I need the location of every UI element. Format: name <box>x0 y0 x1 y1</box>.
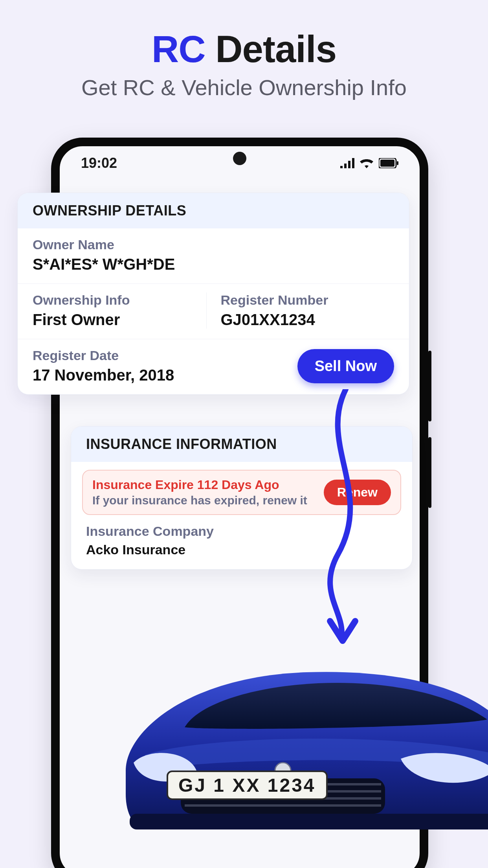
owner-name-label: Owner Name <box>33 237 394 252</box>
ownership-card: OWNERSHIP DETAILS Owner Name S*AI*ES* W*… <box>17 193 409 395</box>
insurance-alert-subtitle: If your insurance has expired, renew it <box>92 494 317 507</box>
arrow-icon <box>295 389 381 657</box>
camera-notch-icon <box>233 152 246 165</box>
page-subtitle: Get RC & Vehicle Ownership Info <box>0 75 488 100</box>
license-plate: GJ 1 XX 1234 <box>167 771 328 800</box>
svg-rect-7 <box>185 804 381 807</box>
wifi-icon <box>360 158 373 168</box>
sell-now-button[interactable]: Sell Now <box>297 349 394 383</box>
svg-rect-1 <box>380 160 394 167</box>
register-number-value: GJ01XX1234 <box>221 311 394 329</box>
ownership-info-value: First Owner <box>33 311 206 329</box>
status-time: 19:02 <box>81 155 117 171</box>
svg-rect-9 <box>130 814 488 829</box>
register-date-value: 17 November, 2018 <box>33 366 174 384</box>
ownership-info-label: Ownership Info <box>33 292 206 308</box>
insurance-alert-title: Insurance Expire 112 Days Ago <box>92 478 317 492</box>
register-number-label: Register Number <box>221 292 394 308</box>
page-title-rest: Details <box>205 28 336 70</box>
page-title: RC Details <box>0 28 488 71</box>
page-title-accent: RC <box>152 28 205 70</box>
svg-rect-2 <box>397 161 398 165</box>
battery-icon <box>379 158 398 168</box>
register-date-label: Register Date <box>33 348 174 363</box>
signal-icon <box>340 158 354 168</box>
ownership-header: OWNERSHIP DETAILS <box>18 193 409 228</box>
owner-name-value: S*AI*ES* W*GH*DE <box>33 256 394 273</box>
car-illustration <box>102 629 488 833</box>
